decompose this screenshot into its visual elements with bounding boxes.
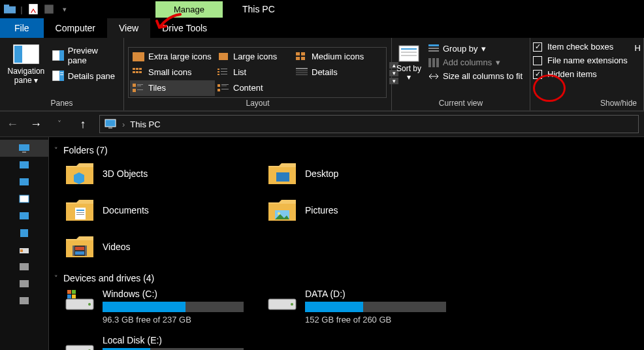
svg-rect-60: [20, 178, 29, 185]
properties-icon[interactable]: [27, 3, 39, 15]
svg-rect-38: [137, 89, 143, 90]
tab-drive-tools[interactable]: Drive Tools: [150, 18, 219, 38]
svg-point-76: [278, 212, 280, 215]
drive-icon: [267, 289, 297, 312]
size-all-columns-button[interactable]: Size all columns to fit: [427, 71, 524, 82]
layout-details[interactable]: Details: [293, 65, 385, 80]
sort-by-button[interactable]: Sort by ▾: [396, 40, 422, 99]
tab-file[interactable]: File: [0, 18, 44, 38]
file-name-extensions-checkbox[interactable]: File name extensions: [533, 56, 641, 65]
layout-large[interactable]: Large icons: [215, 49, 293, 65]
sort-icon: [398, 44, 420, 63]
svg-rect-0: [4, 6, 16, 13]
tree-item[interactable]: [0, 276, 48, 293]
svg-rect-70: [276, 172, 289, 182]
qat-dropdown-icon[interactable]: ▾: [59, 3, 71, 15]
item-check-boxes-checkbox[interactable]: ✓Item check boxes: [533, 42, 641, 52]
tree-item[interactable]: [0, 191, 48, 208]
svg-rect-26: [217, 74, 219, 75]
svg-rect-7: [59, 50, 64, 61]
svg-rect-10: [60, 72, 63, 73]
tab-view[interactable]: View: [107, 18, 150, 38]
navigation-toolbar: ← → ˅ ↑ › This PC: [0, 111, 644, 137]
add-columns-button[interactable]: Add columns ▾: [427, 57, 524, 68]
svg-rect-32: [296, 72, 308, 73]
chevron-right-icon[interactable]: ›: [122, 119, 125, 129]
ribbon-tabstrip: File Computer View Drive Tools: [0, 18, 644, 38]
folder-desktop[interactable]: Desktop: [257, 159, 459, 196]
layout-list[interactable]: List: [215, 65, 293, 80]
svg-rect-73: [76, 212, 84, 213]
content-pane[interactable]: ˅ Folders (7) 3D Objects Desktop Documen…: [49, 137, 644, 350]
layout-tiles[interactable]: Tiles: [130, 80, 215, 96]
tree-item[interactable]: [0, 293, 48, 310]
manage-contextual-tab[interactable]: Manage: [155, 1, 223, 18]
layout-content[interactable]: Content: [215, 80, 293, 96]
svg-rect-87: [72, 294, 76, 298]
ribbon: Navigation pane ▾ Preview pane Details p…: [0, 38, 644, 111]
folders-tiles: 3D Objects Desktop Documents Pictures Vi…: [54, 159, 644, 269]
drive-c[interactable]: Windows (C:) 96.3 GB free of 237 GB: [54, 287, 257, 334]
svg-rect-23: [139, 71, 142, 73]
svg-rect-1: [4, 5, 9, 7]
tree-item[interactable]: [0, 259, 48, 276]
preview-pane-icon: [52, 50, 64, 61]
drives-group-header[interactable]: ˅ Devices and drives (4): [54, 269, 644, 287]
qat-separator-icon: [43, 3, 55, 15]
navigation-pane-button[interactable]: Navigation pane ▾: [4, 40, 48, 99]
group-by-icon: [428, 44, 439, 54]
group-panes: Navigation pane ▾ Preview pane Details p…: [0, 38, 124, 110]
size-columns-icon: [428, 72, 439, 81]
back-button[interactable]: ←: [5, 117, 20, 131]
layout-gallery[interactable]: Extra large icons Large icons Medium ico…: [128, 47, 387, 98]
svg-rect-78: [72, 246, 74, 256]
tree-item[interactable]: [0, 174, 48, 191]
checkbox-icon: ✓: [533, 70, 542, 79]
group-current-view: Sort by ▾ Group by ▾ Add columns ▾ Size …: [392, 38, 530, 110]
layout-medium[interactable]: Medium icons: [293, 49, 385, 65]
hidden-items-checkbox[interactable]: ✓Hidden items: [533, 69, 641, 79]
preview-pane-button[interactable]: Preview pane: [50, 44, 120, 67]
navigation-tree[interactable]: [0, 137, 49, 350]
svg-rect-74: [76, 214, 84, 215]
tree-item[interactable]: [0, 157, 48, 174]
tree-item[interactable]: [0, 242, 48, 259]
up-button[interactable]: ↑: [76, 117, 90, 131]
folder-3d-objects[interactable]: 3D Objects: [54, 159, 257, 196]
breadcrumb-root[interactable]: This PC: [130, 119, 160, 129]
tree-item-this-pc[interactable]: [0, 140, 48, 157]
svg-rect-15: [301, 52, 305, 56]
drive-d[interactable]: DATA (D:) 152 GB free of 260 GB: [257, 287, 459, 334]
svg-rect-57: [19, 144, 29, 151]
folder-pictures[interactable]: Pictures: [257, 196, 459, 232]
folders-group-header[interactable]: ˅ Folders (7): [54, 141, 644, 159]
svg-rect-50: [428, 50, 439, 52]
recent-locations-button[interactable]: ˅: [52, 117, 67, 131]
drive-icon: [65, 289, 95, 312]
drive-e[interactable]: Local Disk (E:) 304 GB free of 465 GB: [54, 334, 257, 350]
checkbox-icon: ✓: [533, 42, 542, 52]
tree-item[interactable]: [0, 225, 48, 242]
forward-button[interactable]: →: [29, 117, 43, 131]
title-bar: | ▾ Manage This PC: [0, 0, 644, 18]
navigation-pane-icon: [13, 44, 39, 64]
folder-videos[interactable]: Videos: [54, 232, 257, 269]
tree-item[interactable]: [0, 208, 48, 225]
svg-rect-27: [221, 69, 227, 69]
tab-computer[interactable]: Computer: [44, 18, 107, 38]
truncated-label: H: [635, 43, 641, 53]
folder-icon: [267, 161, 297, 187]
folder-documents[interactable]: Documents: [54, 196, 257, 232]
folder-icon: [65, 197, 95, 223]
chevron-down-icon: ˅: [54, 274, 58, 283]
details-pane-button[interactable]: Details pane: [50, 69, 120, 82]
svg-rect-59: [20, 161, 29, 168]
layout-extra-large[interactable]: Extra large icons: [130, 49, 215, 65]
address-bar[interactable]: › This PC: [99, 115, 639, 133]
svg-rect-40: [221, 84, 229, 85]
svg-rect-45: [401, 48, 417, 50]
layout-small[interactable]: Small icons: [130, 65, 215, 80]
group-show-hide: ✓Item check boxes File name extensions ✓…: [530, 38, 644, 110]
svg-rect-91: [66, 345, 93, 350]
group-by-button[interactable]: Group by ▾: [427, 43, 524, 54]
